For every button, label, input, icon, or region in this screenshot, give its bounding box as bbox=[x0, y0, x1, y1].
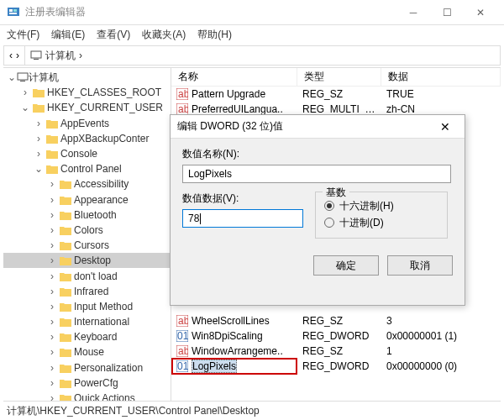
registry-tree[interactable]: ⌄ 计算机 › HKEY_CLASSES_ROOT ⌄ HKEY_CURRENT… bbox=[3, 68, 171, 401]
expand-icon[interactable]: › bbox=[47, 194, 57, 206]
tree-label: Cursors bbox=[74, 239, 109, 251]
svg-rect-6 bbox=[18, 73, 28, 80]
folder-icon bbox=[60, 393, 71, 401]
tree-item[interactable]: ›Infrared bbox=[3, 284, 171, 299]
address-bar[interactable]: ‹ › 计算机 › bbox=[3, 45, 501, 66]
expand-icon[interactable]: › bbox=[47, 346, 57, 358]
folder-icon bbox=[60, 240, 71, 250]
value-name-label: 数值名称(N): bbox=[182, 147, 453, 161]
tree-item-hkcr[interactable]: › HKEY_CLASSES_ROOT bbox=[3, 85, 171, 100]
maximize-button[interactable]: ☐ bbox=[430, 1, 464, 24]
expand-icon[interactable]: › bbox=[34, 118, 44, 129]
expand-icon[interactable]: › bbox=[47, 362, 57, 374]
tree-item[interactable]: ›AppEvents bbox=[3, 116, 171, 131]
tree-item[interactable]: ›don't load bbox=[3, 268, 171, 283]
radio-hex[interactable]: 十六进制(H) bbox=[324, 197, 438, 214]
expand-icon[interactable]: › bbox=[47, 270, 57, 282]
column-type[interactable]: 类型 bbox=[297, 68, 381, 86]
svg-text:ab: ab bbox=[178, 315, 188, 327]
tree-item-desktop[interactable]: ›Desktop bbox=[3, 253, 171, 268]
expand-icon[interactable]: › bbox=[47, 301, 57, 312]
folder-icon bbox=[60, 179, 71, 189]
tree-item-controlpanel[interactable]: ⌄Control Panel bbox=[3, 161, 171, 176]
expand-icon[interactable]: › bbox=[47, 331, 57, 343]
value-data: TRUE bbox=[381, 88, 501, 100]
tree-item[interactable]: ›International bbox=[3, 314, 171, 329]
ok-button[interactable]: 确定 bbox=[313, 255, 379, 276]
tree-item[interactable]: ›PowerCfg bbox=[3, 375, 171, 391]
minimize-button[interactable]: ─ bbox=[396, 1, 430, 24]
expand-icon[interactable]: › bbox=[47, 316, 57, 328]
expand-icon[interactable]: › bbox=[47, 209, 57, 221]
expand-icon[interactable]: › bbox=[34, 133, 44, 144]
radio-dec[interactable]: 十进制(D) bbox=[324, 214, 438, 231]
tree-item[interactable]: ›Appearance bbox=[3, 192, 171, 207]
list-row-logpixels[interactable]: 011LogPixelsREG_DWORD0x00000000 (0) bbox=[171, 359, 501, 374]
column-name[interactable]: 名称 bbox=[171, 68, 297, 86]
value-type: REG_SZ bbox=[297, 315, 381, 327]
list-row[interactable]: abPattern UpgradeREG_SZTRUE bbox=[171, 87, 501, 102]
tree-label: Input Method bbox=[74, 301, 133, 312]
expand-icon[interactable]: › bbox=[47, 224, 57, 236]
tree-item[interactable]: ›Console bbox=[3, 146, 171, 161]
forward-icon[interactable]: › bbox=[16, 50, 19, 61]
column-data[interactable]: 数据 bbox=[381, 68, 501, 86]
list-header: 名称 类型 数据 bbox=[171, 68, 501, 87]
menu-help[interactable]: 帮助(H) bbox=[197, 28, 232, 42]
expand-icon[interactable]: › bbox=[47, 377, 57, 389]
list-row[interactable]: abWindowArrangeme..REG_SZ1 bbox=[171, 344, 501, 359]
list-row[interactable]: 011Win8DpiScalingREG_DWORD0x00000001 (1) bbox=[171, 328, 501, 344]
tree-item[interactable]: ›Keyboard bbox=[3, 329, 171, 344]
tree-item[interactable]: ›Mouse bbox=[3, 344, 171, 360]
expand-icon[interactable]: › bbox=[47, 392, 57, 401]
value-name-input[interactable]: LogPixels bbox=[182, 165, 451, 183]
svg-rect-4 bbox=[31, 51, 41, 58]
tree-item[interactable]: ›Input Method bbox=[3, 299, 171, 314]
folder-icon bbox=[33, 102, 45, 113]
dword-value-icon: 011 bbox=[176, 360, 188, 372]
expand-icon[interactable]: › bbox=[47, 255, 57, 266]
svg-rect-2 bbox=[13, 9, 17, 12]
folder-icon bbox=[33, 87, 45, 97]
tree-item-hkcu[interactable]: ⌄ HKEY_CURRENT_USER bbox=[3, 100, 171, 115]
collapse-icon[interactable]: ⌄ bbox=[34, 163, 44, 175]
expand-icon[interactable]: › bbox=[47, 178, 57, 190]
string-value-icon: ab bbox=[176, 88, 188, 100]
expand-icon[interactable]: › bbox=[47, 286, 57, 297]
list-row[interactable]: abWheelScrollLinesREG_SZ3 bbox=[171, 313, 501, 328]
tree-item[interactable]: ›Bluetooth bbox=[3, 207, 171, 223]
folder-icon bbox=[60, 225, 71, 235]
back-icon[interactable]: ‹ bbox=[9, 50, 13, 61]
tree-label: HKEY_CURRENT_USER bbox=[47, 102, 163, 113]
dialog-titlebar[interactable]: 编辑 DWORD (32 位)值 ✕ bbox=[171, 115, 465, 139]
tree-item[interactable]: ›Colors bbox=[3, 223, 171, 238]
expand-icon[interactable]: › bbox=[34, 148, 44, 160]
svg-text:ab: ab bbox=[178, 103, 188, 115]
tree-item[interactable]: ›Cursors bbox=[3, 238, 171, 253]
tree-item[interactable]: ›AppXBackupConter bbox=[3, 131, 171, 146]
cancel-button[interactable]: 取消 bbox=[387, 255, 453, 276]
menu-view[interactable]: 查看(V) bbox=[97, 28, 130, 42]
string-value-icon: ab bbox=[176, 345, 188, 357]
tree-item[interactable]: ›Personalization bbox=[3, 360, 171, 375]
expand-icon[interactable]: › bbox=[47, 239, 57, 251]
dialog-close-button[interactable]: ✕ bbox=[433, 120, 458, 134]
value-data-input[interactable]: 78 bbox=[182, 209, 303, 228]
menu-file[interactable]: 文件(F) bbox=[7, 28, 39, 42]
value-data-label: 数值数据(V): bbox=[182, 192, 303, 206]
menu-favorites[interactable]: 收藏夹(A) bbox=[142, 28, 186, 42]
collapse-icon[interactable]: ⌄ bbox=[20, 102, 30, 113]
menu-edit[interactable]: 编辑(E) bbox=[51, 28, 85, 42]
tree-label: HKEY_CLASSES_ROOT bbox=[47, 87, 161, 98]
breadcrumb-segment[interactable]: 计算机 bbox=[45, 49, 76, 63]
tree-item[interactable]: ›Accessibility bbox=[3, 176, 171, 192]
tree-item[interactable]: ›Quick Actions bbox=[3, 391, 171, 401]
expand-icon[interactable]: › bbox=[20, 87, 30, 98]
svg-text:ab: ab bbox=[178, 345, 188, 357]
close-button[interactable]: ✕ bbox=[464, 1, 497, 24]
collapse-icon[interactable]: ⌄ bbox=[7, 71, 17, 83]
tree-label: 计算机 bbox=[29, 71, 59, 85]
tree-label: Desktop bbox=[74, 255, 111, 266]
value-data: zh-CN bbox=[381, 103, 501, 115]
tree-item-computer[interactable]: ⌄ 计算机 bbox=[3, 70, 171, 85]
